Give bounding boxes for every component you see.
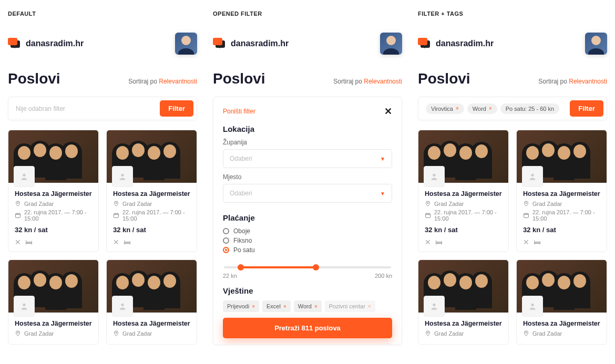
logo[interactable]: danasradim.hr xyxy=(213,38,289,49)
job-title: Hostesa za Jägermeister xyxy=(523,190,600,197)
job-card[interactable]: + Hostesa za Jägermeister Grad Zadar 22.… xyxy=(8,130,99,252)
payment-option-both[interactable]: Oboje xyxy=(223,227,392,235)
job-location: Grad Zadar xyxy=(113,201,190,207)
logo[interactable]: danasradim.hr xyxy=(418,38,494,49)
payment-option-hourly[interactable]: Po satu xyxy=(223,246,392,254)
skill-tag[interactable]: Prijevodi× xyxy=(223,300,259,312)
person-icon xyxy=(20,172,28,181)
sort-control[interactable]: Sortiraj po Relevantnosti xyxy=(538,78,607,85)
job-location-text: Grad Zadar xyxy=(532,330,562,337)
select-placeholder: Odaberi xyxy=(230,155,252,162)
skill-tag[interactable]: Pozivni centar× xyxy=(325,300,375,312)
user-avatar[interactable] xyxy=(585,33,607,55)
sort-value: Relevantnosti xyxy=(364,78,402,85)
filter-button[interactable]: Filter xyxy=(160,100,193,117)
job-card[interactable]: + Hostesa za Jägermeister Grad Zadar 22.… xyxy=(418,130,509,252)
title-row: Poslovi Sortiraj po Relevantnosti xyxy=(8,70,197,87)
place-select[interactable]: Odaberi ▼ xyxy=(223,184,392,203)
job-rate: 32 kn / sat xyxy=(425,226,502,234)
job-location: Grad Zadar xyxy=(113,330,190,337)
job-card[interactable]: + Hostesa za Jägermeister Grad Zadar xyxy=(106,259,197,345)
filter-button[interactable]: Filter xyxy=(570,100,603,117)
job-location-text: Grad Zadar xyxy=(24,330,54,337)
svg-point-19 xyxy=(526,332,527,334)
screen-opened-filter: OPENED FILTER danasradim.hr Poslovi Sort… xyxy=(213,11,402,345)
remove-tag-icon[interactable]: × xyxy=(368,304,371,309)
skill-tag[interactable]: Word× xyxy=(294,300,322,312)
svg-point-9 xyxy=(116,332,117,334)
job-amenities: ✕ 🛏 xyxy=(15,238,92,246)
remove-tag-icon[interactable]: × xyxy=(252,304,255,309)
person-icon xyxy=(430,302,438,310)
job-card[interactable]: + Hostesa za Jägermeister Grad Zadar xyxy=(8,259,99,345)
radio-icon xyxy=(223,247,229,253)
remove-tag-icon[interactable]: × xyxy=(283,304,286,309)
food-icon: ✕ xyxy=(425,238,431,246)
job-location-text: Grad Zadar xyxy=(122,201,152,207)
reset-filter-link[interactable]: Poništi filter xyxy=(223,108,255,115)
svg-point-16 xyxy=(433,304,435,306)
job-rate: 32 kn / sat xyxy=(15,226,92,234)
job-card-body: Hostesa za Jägermeister Grad Zadar 22. r… xyxy=(8,183,98,252)
job-location-text: Grad Zadar xyxy=(532,201,562,207)
remove-chip-icon[interactable]: × xyxy=(456,106,459,111)
remove-chip-icon[interactable]: × xyxy=(489,106,492,111)
food-icon: ✕ xyxy=(113,238,119,246)
job-location: Grad Zadar xyxy=(15,330,92,337)
svg-point-6 xyxy=(23,304,25,306)
sort-control[interactable]: Sortiraj po Relevantnosti xyxy=(333,78,402,85)
radio-icon xyxy=(223,237,229,244)
place-label: Mjesto xyxy=(223,173,392,181)
svg-rect-15 xyxy=(524,214,529,218)
job-card[interactable]: + Hostesa za Jägermeister Grad Zadar xyxy=(516,259,607,345)
close-icon[interactable]: ✕ xyxy=(384,106,392,117)
job-location: Grad Zadar xyxy=(425,330,502,337)
sort-control[interactable]: Sortiraj po Relevantnosti xyxy=(128,78,197,85)
title-row: Poslovi Sortiraj po Relevantnosti xyxy=(418,70,607,87)
svg-point-7 xyxy=(17,332,18,334)
logo[interactable]: danasradim.hr xyxy=(8,38,84,49)
slider-handle-min[interactable] xyxy=(238,264,244,271)
job-date-text: 22. rujna 2017. — 7:00 - 15:00 xyxy=(434,209,502,222)
applied-filter-chips: Virovtica× Word× Po satu: 25 - 60 kn xyxy=(426,103,566,114)
employer-avatar xyxy=(112,296,133,317)
job-location-text: Grad Zadar xyxy=(434,201,464,207)
lodging-icon: 🛏 xyxy=(25,238,33,246)
svg-point-17 xyxy=(427,332,428,334)
filter-chip-location[interactable]: Virovtica× xyxy=(426,103,464,114)
job-amenities: ✕🛏 xyxy=(523,238,600,246)
employer-avatar xyxy=(14,296,35,317)
header: danasradim.hr xyxy=(418,33,607,55)
job-card[interactable]: + Hostesa za Jägermeister Grad Zadar xyxy=(418,259,509,345)
radio-label: Po satu xyxy=(233,246,255,254)
county-select[interactable]: Odaberi ▼ xyxy=(223,149,392,168)
skills-heading: Vještine xyxy=(223,286,392,295)
payment-option-fixed[interactable]: Fiksno xyxy=(223,237,392,244)
job-location: Grad Zadar xyxy=(425,201,502,207)
job-card[interactable]: + Hostesa za Jägermeister Grad Zadar 22.… xyxy=(516,130,607,252)
filter-chip-skill[interactable]: Word× xyxy=(467,103,497,114)
filter-chip-rate[interactable]: Po satu: 25 - 60 kn xyxy=(500,103,559,114)
search-jobs-button[interactable]: Pretraži 811 poslova xyxy=(223,318,392,338)
slider-handle-max[interactable] xyxy=(313,264,319,271)
remove-tag-icon[interactable]: × xyxy=(314,304,317,309)
user-avatar[interactable] xyxy=(380,33,402,55)
job-title: Hostesa za Jägermeister xyxy=(523,320,600,327)
slider-labels: 22 kn 200 kn xyxy=(223,273,392,279)
job-card[interactable]: + Hostesa za Jägermeister Grad Zadar 22.… xyxy=(106,130,197,252)
person-icon xyxy=(528,302,537,310)
job-card-body: Hostesa za Jägermeister Grad Zadar xyxy=(418,313,508,344)
job-date: 22. rujna 2017. — 7:00 - 15:00 xyxy=(15,209,92,222)
chevron-down-icon: ▼ xyxy=(380,191,385,196)
skill-tag[interactable]: Excel× xyxy=(262,300,291,312)
slider-fill xyxy=(241,266,316,268)
rate-slider[interactable] xyxy=(224,263,391,271)
job-grid: + Hostesa za Jägermeister Grad Zadar 22.… xyxy=(418,130,607,345)
screen-filter-tags: FILTER + TAGS danasradim.hr Poslovi Sort… xyxy=(418,11,607,345)
user-avatar[interactable] xyxy=(175,33,197,55)
page-title: Poslovi xyxy=(213,70,265,87)
header: danasradim.hr xyxy=(213,33,402,55)
tag-label: Excel xyxy=(266,303,281,309)
location-heading: Lokacija xyxy=(223,124,392,133)
chip-label: Word xyxy=(473,106,486,112)
